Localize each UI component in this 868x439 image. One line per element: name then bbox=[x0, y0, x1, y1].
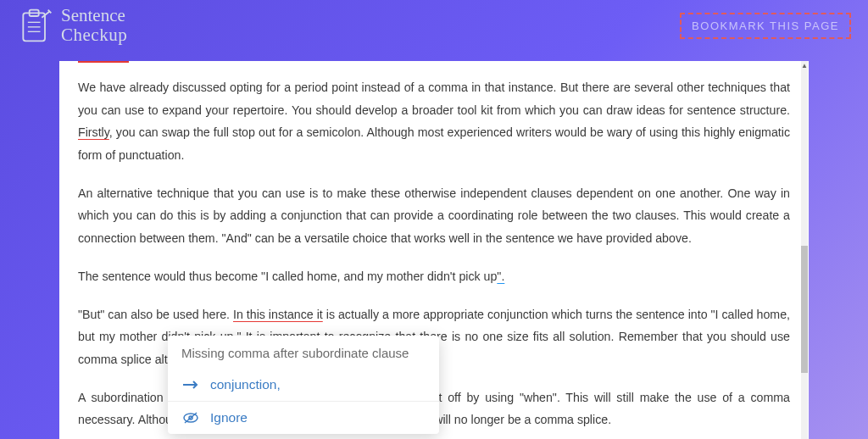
tooltip-title: Missing comma after subordinate clause bbox=[168, 336, 439, 369]
paragraph: An alternative technique that you can us… bbox=[78, 182, 790, 250]
scroll-up-arrow[interactable]: ▲ bbox=[801, 61, 808, 69]
paragraph: The sentence would thus become "I called… bbox=[78, 265, 790, 288]
tooltip-suggestion[interactable]: conjunction, bbox=[168, 369, 439, 402]
logo[interactable]: Sentence Checkup bbox=[17, 6, 127, 45]
app-header: Sentence Checkup BOOKMARK THIS PAGE bbox=[0, 0, 868, 51]
clipboard-icon bbox=[17, 7, 54, 44]
title-underline bbox=[78, 61, 129, 63]
eye-off-icon bbox=[181, 412, 200, 424]
paragraph: We have already discussed opting for a p… bbox=[78, 76, 790, 167]
scrollbar-thumb[interactable] bbox=[801, 246, 808, 373]
error-span-blue[interactable]: ". bbox=[497, 270, 504, 283]
error-span-red[interactable]: Firstly bbox=[78, 125, 109, 139]
tooltip-ignore[interactable]: Ignore bbox=[168, 402, 439, 434]
bookmark-button[interactable]: BOOKMARK THIS PAGE bbox=[680, 13, 851, 39]
error-span-red[interactable]: In this instance it bbox=[233, 308, 323, 321]
arrow-right-icon bbox=[181, 380, 200, 390]
logo-text: Sentence Checkup bbox=[61, 6, 127, 45]
grammar-tooltip: Missing comma after subordinate clause c… bbox=[168, 336, 439, 434]
